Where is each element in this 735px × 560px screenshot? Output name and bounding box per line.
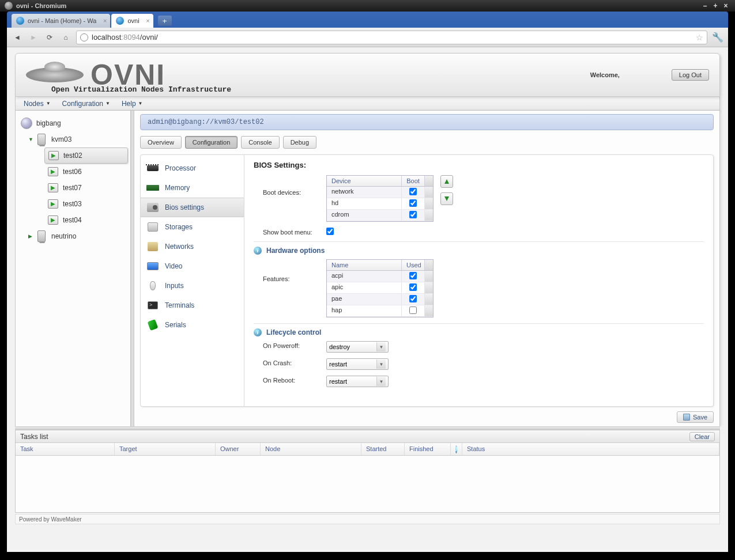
host-icon (35, 230, 48, 243)
host-icon (35, 133, 48, 146)
crash-row: On Crash: restart▼ (263, 358, 704, 370)
poweroff-select[interactable]: destroy▼ (326, 341, 389, 353)
tab-favicon-icon (116, 17, 124, 25)
tree-vm-test06[interactable]: test06 (16, 164, 130, 180)
tab-close-icon[interactable]: × (103, 17, 107, 24)
close-icon[interactable]: × (721, 2, 730, 10)
table-row[interactable]: acpi (327, 271, 433, 282)
clear-button[interactable]: Clear (689, 432, 715, 441)
tab-console[interactable]: Console (241, 136, 279, 149)
bookmark-star-icon[interactable]: ☆ (696, 33, 703, 42)
tab-configuration[interactable]: Configuration (185, 136, 238, 149)
col-started[interactable]: Started (361, 443, 405, 455)
tree-vm-test07[interactable]: test07 (16, 180, 130, 196)
back-button[interactable]: ◄ (12, 32, 23, 43)
table-row[interactable]: pae (327, 294, 433, 305)
tree-vm-test03[interactable]: test03 (16, 196, 130, 212)
config-nav-storages[interactable]: Storages (141, 217, 244, 237)
tree-vm-test02[interactable]: test02 (44, 147, 128, 164)
config-nav-bios[interactable]: Bios settings (141, 198, 244, 217)
menu-nodes[interactable]: Nodes▼ (24, 100, 51, 108)
feature-checkbox[interactable] (409, 307, 417, 314)
home-button[interactable]: ⌂ (60, 32, 71, 43)
config-nav-video[interactable]: Video (141, 256, 244, 276)
boot-checkbox[interactable] (409, 211, 417, 218)
table-row[interactable]: apic (327, 282, 433, 294)
app-menubar: Nodes▼ Configuration▼ Help▼ (15, 97, 720, 111)
col-status[interactable]: Status (462, 443, 719, 455)
save-button[interactable]: Save (677, 411, 714, 423)
content-tab-row: Overview Configuration Console Debug (140, 136, 714, 149)
maximize-icon[interactable]: + (711, 2, 720, 10)
config-nav-memory[interactable]: Memory (141, 178, 244, 198)
tree-host-neutrino[interactable]: ▶ neutrino (16, 228, 130, 244)
new-tab-button[interactable]: + (158, 16, 172, 26)
tree-host-label: neutrino (51, 232, 76, 240)
storage-icon (146, 222, 159, 232)
col-name[interactable]: Name (327, 260, 402, 270)
col-boot[interactable]: Boot (402, 176, 425, 186)
tree-root[interactable]: bigbang (16, 115, 130, 131)
show-boot-menu-checkbox[interactable] (326, 228, 334, 235)
bios-section-title: BIOS Settings: (254, 161, 704, 169)
main-area: bigbang ▼ kvm03 test02 test06 test (15, 111, 720, 426)
move-down-button[interactable] (440, 192, 453, 205)
col-device[interactable]: Device (327, 176, 402, 186)
poweroff-label: On Poweroff: (263, 341, 326, 349)
tree-host-kvm03[interactable]: ▼ kvm03 (16, 131, 130, 147)
tree-vm-label: test06 (63, 168, 82, 176)
table-row[interactable]: hap (327, 305, 433, 317)
features-table: Name Used acpi apic pae hap (326, 259, 434, 317)
tree-vm-test04[interactable]: test04 (16, 212, 130, 228)
col-node[interactable]: Node (261, 443, 361, 455)
poweroff-row: On Poweroff: destroy▼ (263, 341, 704, 353)
tab-debug[interactable]: Debug (283, 136, 316, 149)
feature-checkbox[interactable] (409, 272, 417, 279)
config-nav-processor[interactable]: Processor (141, 158, 244, 178)
address-bar[interactable]: localhost:8094/ovni/ ☆ (76, 31, 707, 44)
minimize-icon[interactable]: – (700, 2, 710, 10)
logout-button[interactable]: Log Out (672, 69, 709, 81)
reboot-select[interactable]: restart▼ (326, 376, 389, 387)
browser-tab-inactive[interactable]: ovni - Main (Home) - Wa × (12, 14, 110, 28)
video-icon (146, 261, 159, 271)
col-finished[interactable]: Finished (405, 443, 451, 455)
boot-checkbox[interactable] (409, 188, 417, 195)
table-header: Name Used (327, 260, 433, 271)
tab-overview[interactable]: Overview (140, 136, 182, 149)
tab-title: ovni (127, 17, 139, 24)
menu-help[interactable]: Help▼ (122, 100, 143, 108)
table-row[interactable]: hd (327, 198, 433, 210)
forward-button[interactable]: ► (28, 32, 39, 43)
col-owner[interactable]: Owner (216, 443, 261, 455)
tab-close-icon[interactable]: × (146, 17, 149, 24)
feature-checkbox[interactable] (409, 283, 417, 291)
lifecycle-section-header: i Lifecycle control (254, 323, 704, 336)
save-row: Save (140, 411, 714, 423)
config-nav-terminals[interactable]: Terminals (141, 296, 244, 315)
config-nav-networks[interactable]: Networks (141, 237, 244, 256)
feature-checkbox[interactable] (409, 295, 417, 302)
expand-down-icon[interactable]: ▼ (28, 137, 35, 142)
col-info-icon[interactable]: i (451, 443, 462, 455)
reload-button[interactable]: ⟳ (44, 32, 55, 43)
col-task[interactable]: Task (16, 443, 115, 455)
table-row[interactable]: network (327, 187, 433, 198)
col-used[interactable]: Used (402, 260, 425, 270)
url-path: /ovni/ (140, 33, 158, 41)
tree-root-label: bigbang (36, 119, 61, 127)
tree-vm-label: test07 (63, 184, 82, 192)
boot-checkbox[interactable] (409, 199, 417, 207)
expand-right-icon[interactable]: ▶ (28, 233, 35, 239)
crash-select[interactable]: restart▼ (326, 358, 389, 370)
wrench-menu-icon[interactable]: 🔧 (712, 32, 723, 43)
col-target[interactable]: Target (115, 443, 216, 455)
menu-configuration[interactable]: Configuration▼ (62, 100, 110, 108)
browser-tab-active[interactable]: ovni × (111, 14, 153, 28)
config-nav-inputs[interactable]: Inputs (141, 276, 244, 296)
hardware-section-header: i Hardware options (254, 241, 704, 255)
config-nav-serials[interactable]: Serials (141, 315, 244, 335)
move-up-button[interactable] (440, 175, 453, 188)
table-row[interactable]: cdrom (327, 210, 433, 221)
globe-icon (20, 117, 33, 130)
